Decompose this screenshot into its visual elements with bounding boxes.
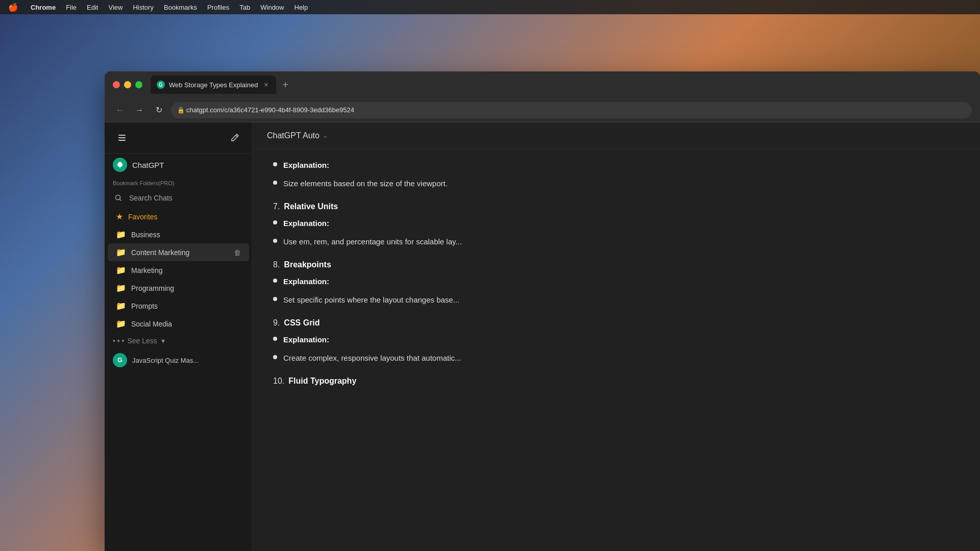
menubar: 🍎 Chrome File Edit View History Bookmark… — [0, 0, 980, 14]
sidebar-toggle-button[interactable] — [113, 129, 131, 147]
folder-icon: 📁 — [116, 283, 126, 293]
menubar-chrome[interactable]: Chrome — [31, 4, 56, 11]
sidebar-item-programming[interactable]: 📁 Programming — [108, 279, 249, 297]
svg-rect-2 — [118, 140, 126, 141]
browser-window: G Web Storage Types Explained × + ← → ↻ … — [105, 71, 980, 551]
numbered-heading: 8. Breakpoints — [273, 260, 960, 269]
menubar-view[interactable]: View — [108, 4, 122, 11]
window-controls — [113, 81, 142, 88]
lock-icon: 🔒 — [177, 107, 185, 114]
chatgpt-logo-item[interactable]: ChatGPT — [105, 154, 252, 176]
sidebar-item-prompts[interactable]: 📁 Prompts — [108, 297, 249, 315]
menubar-window[interactable]: Window — [260, 4, 284, 11]
folder-icon: 📁 — [116, 247, 126, 257]
sidebar-item-favorites[interactable]: ★ Favorites — [108, 208, 249, 226]
section-title: Breakpoints — [284, 260, 331, 269]
address-input[interactable] — [171, 102, 972, 118]
trash-icon[interactable]: 🗑 — [234, 248, 241, 257]
bullet-item: Explanation: — [273, 217, 960, 230]
section-title: Fluid Typography — [288, 377, 356, 386]
folder-icon: 📁 — [116, 265, 126, 275]
bullet-dot — [273, 181, 277, 185]
folder-icon: 📁 — [116, 301, 126, 311]
sidebar-item-marketing[interactable]: 📁 Marketing — [108, 261, 249, 279]
content-marketing-label: Content Marketing — [131, 248, 229, 257]
close-button[interactable] — [113, 81, 120, 88]
bullet-item: Explanation: — [273, 159, 960, 171]
sidebar-item-content-marketing[interactable]: 📁 Content Marketing 🗑 — [108, 243, 249, 261]
refresh-button[interactable]: ↻ — [152, 103, 166, 117]
chat-avatar: G — [113, 353, 127, 367]
bullet-explanation: Explanation: — [283, 276, 329, 288]
menubar-edit[interactable]: Edit — [87, 4, 98, 11]
menubar-history[interactable]: History — [133, 4, 153, 11]
desktop: 🍎 Chrome File Edit View History Bookmark… — [0, 0, 980, 551]
see-less-button[interactable]: • • • See Less ▾ — [105, 333, 252, 349]
see-less-label: See Less — [127, 337, 157, 345]
apple-menu[interactable]: 🍎 — [8, 3, 18, 12]
section-title: Relative Units — [284, 202, 338, 211]
model-selector[interactable]: ChatGPT Auto ⌄ — [263, 129, 332, 142]
search-chats-item[interactable]: Search Chats — [105, 188, 252, 208]
chatgpt-logo-icon — [113, 158, 127, 172]
active-tab[interactable]: G Web Storage Types Explained × — [151, 76, 276, 94]
back-button[interactable]: ← — [113, 103, 127, 117]
menubar-help[interactable]: Help — [295, 4, 308, 11]
address-wrapper: 🔒 — [171, 102, 972, 118]
section-viewport: Explanation: Size elements based on the … — [273, 159, 960, 190]
sidebar-item-business[interactable]: 📁 Business — [108, 226, 249, 243]
bullet-dot — [273, 279, 277, 283]
prompts-label: Prompts — [131, 302, 241, 310]
bookmark-section-label: Bookmark Folders(PRO) — [105, 176, 252, 188]
bullet-item: Use em, rem, and percentage units for sc… — [273, 236, 960, 248]
bullet-dot — [273, 220, 277, 224]
see-less-chevron: ▾ — [161, 337, 165, 345]
chat-main: ChatGPT Auto ⌄ Explanation: Size eleme — [253, 122, 980, 551]
section-title: CSS Grid — [284, 318, 320, 328]
bullet-item: Size elements based on the size of the v… — [273, 178, 960, 190]
maximize-button[interactable] — [135, 81, 142, 88]
chatgpt-label: ChatGPT — [132, 161, 164, 169]
section-number: 9. — [273, 318, 280, 328]
section-number: 7. — [273, 202, 280, 211]
bullet-dot — [273, 337, 277, 341]
bullet-item: Set specific points where the layout cha… — [273, 294, 960, 306]
menubar-file[interactable]: File — [66, 4, 77, 11]
section-breakpoints: 8. Breakpoints Explanation: Set specific… — [273, 260, 960, 306]
numbered-heading: 7. Relative Units — [273, 202, 960, 211]
numbered-heading: 9. CSS Grid — [273, 318, 960, 328]
bullet-relative-text: Use em, rem, and percentage units for sc… — [283, 236, 462, 248]
minimize-button[interactable] — [124, 81, 131, 88]
bullet-dot — [273, 239, 277, 243]
bullet-explanation: Explanation: — [283, 334, 329, 346]
new-chat-button[interactable] — [226, 129, 244, 147]
tab-favicon: G — [157, 81, 165, 89]
tab-bar: G Web Storage Types Explained × + — [151, 76, 972, 94]
bullet-dot — [273, 162, 277, 166]
section-css-grid: 9. CSS Grid Explanation: Create complex,… — [273, 318, 960, 364]
new-tab-button[interactable]: + — [278, 78, 292, 92]
recent-chat-item[interactable]: G JavaScript Quiz Mas... — [105, 349, 252, 371]
menubar-profiles[interactable]: Profiles — [207, 4, 229, 11]
bullet-item: Explanation: — [273, 334, 960, 346]
search-icon — [113, 192, 124, 204]
bullet-breakpoints-text: Set specific points where the layout cha… — [283, 294, 459, 306]
chat-item-label: JavaScript Quiz Mas... — [132, 357, 199, 364]
chatgpt-sidebar: ChatGPT Bookmark Folders(PRO) Search Cha… — [105, 122, 253, 551]
section-relative-units: 7. Relative Units Explanation: Use em, r… — [273, 202, 960, 248]
section-number: 8. — [273, 260, 280, 269]
bullet-cssgrid-text: Create complex, responsive layouts that … — [283, 352, 461, 364]
title-bar: G Web Storage Types Explained × + — [105, 71, 980, 98]
bullet-explanation: Explanation: — [283, 159, 329, 171]
menubar-bookmarks[interactable]: Bookmarks — [164, 4, 197, 11]
sidebar-item-social-media[interactable]: 📁 Social Media — [108, 315, 249, 333]
favorites-label: Favorites — [128, 213, 241, 221]
folder-icon: 📁 — [116, 230, 126, 239]
address-bar: ← → ↻ 🔒 — [105, 98, 980, 122]
menubar-tab[interactable]: Tab — [239, 4, 250, 11]
section-number: 10. — [273, 377, 284, 386]
tab-close-button[interactable]: × — [262, 81, 270, 89]
sidebar-header — [105, 122, 252, 154]
dots-icon: • • • — [113, 337, 124, 345]
forward-button[interactable]: → — [132, 103, 146, 117]
